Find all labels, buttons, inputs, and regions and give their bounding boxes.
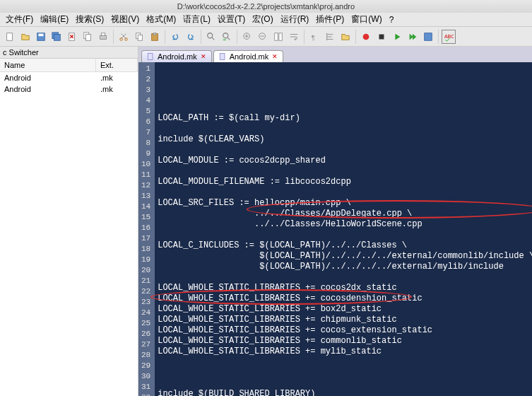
close-all-button[interactable]: [81, 30, 95, 44]
open-file-button[interactable]: [18, 30, 32, 44]
code-line[interactable]: include $(BUILD_SHARED_LIBRARY): [158, 389, 532, 396]
code-line[interactable]: LOCAL_WHOLE_STATIC_LIBRARIES += cocosden…: [158, 293, 532, 304]
file-icon: [218, 52, 227, 61]
menu-plugins[interactable]: 插件(P): [313, 13, 347, 25]
copy-button[interactable]: [132, 30, 146, 44]
code-line[interactable]: LOCAL_WHOLE_STATIC_LIBRARIES += commonli…: [158, 336, 532, 346]
line-number: 19: [141, 255, 150, 265]
svg-rect-27: [148, 54, 153, 60]
spell-check-button[interactable]: ABC: [442, 30, 456, 44]
code-line[interactable]: LOCAL_MODULE := cocos2dcpp_shared: [158, 156, 532, 166]
menu-macro[interactable]: 宏(O): [249, 13, 276, 25]
line-number: 8: [141, 138, 150, 148]
code-line[interactable]: ../../Classes/HelloWorldScene.cpp: [158, 219, 532, 230]
menu-format[interactable]: 格式(M): [143, 13, 179, 25]
col-header-ext[interactable]: Ext.: [96, 59, 138, 71]
line-number: 30: [141, 371, 150, 382]
save-button[interactable]: [34, 30, 48, 44]
menu-edit[interactable]: 编辑(E): [37, 13, 71, 25]
close-button[interactable]: [65, 30, 79, 44]
code-line[interactable]: [158, 166, 532, 177]
line-number: 9: [141, 148, 150, 159]
tab-bar: Android.mk ✕ Android.mk ✕: [138, 47, 532, 62]
code-line[interactable]: [158, 187, 532, 198]
toolbar-separator: [165, 30, 165, 44]
code-line[interactable]: $(LOCAL_PATH)/../../../../external/commo…: [158, 251, 532, 262]
macro-save-button[interactable]: [421, 30, 435, 44]
code-line[interactable]: LOCAL_PATH := $(call my-dir): [158, 113, 532, 124]
code-line[interactable]: LOCAL_WHOLE_STATIC_LIBRARIES += mylib_st…: [158, 346, 532, 357]
folder-button[interactable]: [338, 30, 353, 44]
paste-button[interactable]: [148, 30, 162, 44]
code-line[interactable]: [158, 145, 532, 156]
line-number: 11: [141, 170, 150, 180]
undo-button[interactable]: [168, 30, 182, 44]
macro-record-button[interactable]: [359, 30, 373, 44]
code-line[interactable]: ../../Classes/AppDelegate.cpp \: [158, 209, 532, 219]
menu-search[interactable]: 搜索(S): [73, 13, 107, 25]
zoom-in-button[interactable]: [240, 30, 254, 44]
menu-run[interactable]: 运行(R): [278, 13, 312, 25]
code-line[interactable]: [158, 272, 532, 283]
doc-switcher-title: c Switcher: [0, 47, 138, 59]
line-number: 12: [141, 180, 150, 191]
line-number: 25: [141, 318, 150, 329]
save-all-button[interactable]: [49, 30, 64, 44]
replace-button[interactable]: [220, 30, 234, 44]
main-area: c Switcher Name Ext. Android .mk Android…: [0, 47, 532, 396]
code-line[interactable]: LOCAL_WHOLE_STATIC_LIBRARIES += chipmunk…: [158, 315, 532, 325]
col-header-name[interactable]: Name: [0, 59, 96, 71]
code-editor[interactable]: 1234567891011121314151617181920212223242…: [138, 62, 532, 396]
macro-stop-button[interactable]: [374, 30, 389, 44]
code-line[interactable]: [158, 378, 532, 389]
sync-scroll-button[interactable]: [271, 30, 285, 44]
file-name: Android: [0, 72, 96, 83]
new-file-button[interactable]: [3, 30, 17, 44]
svg-rect-8: [100, 35, 107, 39]
line-number: 21: [141, 276, 150, 286]
tab-android-mk-1[interactable]: Android.mk ✕: [141, 50, 212, 62]
zoom-out-button[interactable]: [256, 30, 270, 44]
indent-guide-button[interactable]: [323, 30, 337, 44]
code-content[interactable]: LOCAL_PATH := $(call my-dir)include $(CL…: [155, 62, 532, 396]
code-line[interactable]: LOCAL_WHOLE_STATIC_LIBRARIES += cocos_ex…: [158, 325, 532, 336]
word-wrap-button[interactable]: [287, 30, 301, 44]
find-button[interactable]: [204, 30, 218, 44]
close-icon[interactable]: ✕: [271, 53, 278, 60]
code-line[interactable]: [158, 357, 532, 368]
redo-button[interactable]: [184, 30, 198, 44]
line-number-gutter: 1234567891011121314151617181920212223242…: [138, 62, 155, 396]
show-all-chars-button[interactable]: ¶: [307, 30, 321, 44]
cut-button[interactable]: [117, 30, 131, 44]
svg-rect-20: [275, 33, 278, 40]
file-row[interactable]: Android .mk: [0, 72, 138, 83]
menu-view[interactable]: 视图(V): [108, 13, 142, 25]
code-line[interactable]: LOCAL_MODULE_FILENAME := libcocos2dcpp: [158, 177, 532, 187]
code-line[interactable]: LOCAL_WHOLE_STATIC_LIBRARIES += box2d_st…: [158, 304, 532, 315]
code-line[interactable]: LOCAL_WHOLE_STATIC_LIBRARIES += cocos2dx…: [158, 283, 532, 293]
menu-language[interactable]: 语言(L): [180, 13, 213, 25]
macro-play-button[interactable]: [390, 30, 404, 44]
close-icon[interactable]: ✕: [200, 53, 207, 60]
menu-help[interactable]: ?: [386, 15, 397, 25]
menu-file[interactable]: 文件(F): [3, 13, 36, 25]
code-line[interactable]: LOCAL_SRC_FILES := hellocpp/main.cpp \: [158, 198, 532, 209]
tab-android-mk-2[interactable]: Android.mk ✕: [213, 50, 284, 62]
print-button[interactable]: [96, 30, 110, 44]
code-line[interactable]: $(LOCAL_PATH)/../../../../external/mylib…: [158, 262, 532, 272]
code-line[interactable]: LOCAL_C_INCLUDES := $(LOCAL_PATH)/../../…: [158, 240, 532, 251]
code-line[interactable]: include $(CLEAR_VARS): [158, 134, 532, 145]
macro-play-multi-button[interactable]: [406, 30, 420, 44]
code-line[interactable]: [158, 230, 532, 240]
svg-rect-4: [54, 34, 61, 40]
code-line[interactable]: [158, 368, 532, 378]
toolbar-separator: [237, 30, 237, 44]
line-number: 24: [141, 308, 150, 318]
file-row[interactable]: Android .mk: [0, 83, 138, 95]
svg-point-17: [223, 33, 228, 37]
code-line[interactable]: [158, 124, 532, 134]
menu-window[interactable]: 窗口(W): [348, 13, 384, 25]
svg-rect-9: [101, 33, 105, 35]
tab-label: Android.mk: [230, 52, 269, 61]
menu-settings[interactable]: 设置(T): [215, 13, 248, 25]
